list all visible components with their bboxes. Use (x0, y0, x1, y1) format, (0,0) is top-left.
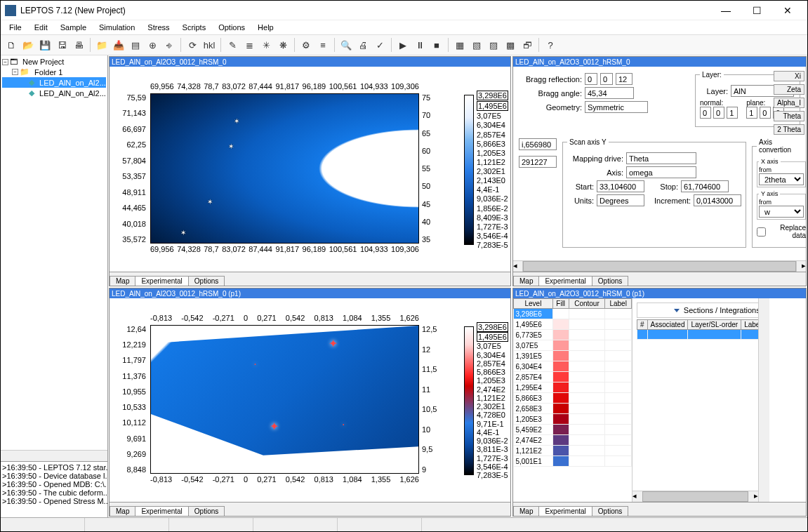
bragg-k-input[interactable] (600, 73, 613, 85)
open-button[interactable]: 📂 (20, 37, 36, 53)
print-doc-button[interactable]: 🖶 (71, 37, 86, 53)
help-button[interactable]: ? (543, 37, 558, 53)
tab-options[interactable]: Options (592, 276, 628, 286)
level-row[interactable]: 2,857E4 (514, 372, 632, 383)
layers-button[interactable]: ≣ (241, 37, 257, 53)
hkl-button[interactable]: hkl (201, 37, 217, 53)
side-tab-theta[interactable]: Theta (774, 111, 804, 121)
level-row[interactable]: 2,474E2 (514, 435, 632, 446)
y-axis-select[interactable]: w (759, 206, 804, 218)
colorbar-bottom[interactable] (464, 326, 474, 475)
menu-sample[interactable]: Sample (55, 22, 92, 33)
db-add-button[interactable]: ⊕ (145, 37, 160, 53)
table-button[interactable]: ▤ (128, 37, 143, 53)
side-tab-xi[interactable]: Xi (774, 71, 804, 81)
level-row[interactable]: 2,658E3 (514, 404, 632, 414)
minimize-button[interactable]: — (710, 1, 741, 20)
chart-bottom[interactable]: -0,813-0,542-0,27100,2710,5420,8131,0841… (145, 305, 446, 486)
db-link-button[interactable]: ⎆ (161, 37, 177, 53)
import-button[interactable]: 📥 (111, 37, 126, 53)
x-axis-select[interactable]: 2theta (759, 173, 804, 185)
menu-stress[interactable]: Stress (142, 22, 175, 33)
menu-scripts[interactable]: Scripts (177, 22, 212, 33)
sections-header[interactable]: Sections / Integrations (637, 302, 765, 318)
left-val-0[interactable] (519, 138, 557, 150)
left-val-1[interactable] (519, 156, 557, 168)
grid-4-button[interactable]: ▩ (503, 37, 518, 53)
menu-edit[interactable]: Edit (29, 22, 53, 33)
start-input[interactable] (597, 180, 644, 192)
stop-button[interactable]: ■ (429, 37, 444, 53)
window-button[interactable]: 🗗 (519, 37, 535, 53)
level-row[interactable]: 5,866E3 (514, 393, 632, 404)
sim-stack-button[interactable]: ≡ (315, 37, 331, 53)
normal-0[interactable] (700, 107, 711, 119)
level-row[interactable]: 1,295E4 (514, 383, 632, 393)
menu-simulation[interactable]: Simulation (93, 22, 140, 33)
level-row[interactable]: 5,459E2 (514, 425, 632, 435)
level-row[interactable]: 3,07E5 (514, 340, 632, 351)
tab-options[interactable]: Options (188, 506, 225, 516)
tab-options[interactable]: Options (592, 506, 628, 516)
bragg-l-input[interactable] (616, 73, 633, 85)
side-tab-alpha_i[interactable]: Alpha_I (774, 98, 804, 108)
level-row[interactable]: 6,773E5 (514, 330, 632, 340)
tab-experimental[interactable]: Experimental (538, 276, 592, 286)
tab-map[interactable]: Map (110, 506, 135, 516)
level-row[interactable]: 6,304E4 (514, 361, 632, 372)
normal-2[interactable] (727, 107, 738, 119)
settings-spark-button[interactable]: ❋ (275, 37, 291, 53)
tree-root[interactable]: New Project (22, 58, 64, 66)
level-row[interactable]: 1,495E6 (514, 319, 632, 330)
associations-table[interactable]: #AssociatedLayer/SL-orderLabel (637, 319, 765, 340)
tab-experimental[interactable]: Experimental (538, 506, 592, 516)
close-button[interactable]: ✕ (772, 1, 803, 20)
axis-input[interactable] (626, 166, 696, 178)
tab-map[interactable]: Map (513, 506, 539, 516)
menu-help[interactable]: Help (252, 22, 279, 33)
maximize-button[interactable]: ☐ (741, 1, 772, 20)
sim-run-button[interactable]: ⚙ (298, 37, 314, 53)
pause-button[interactable]: ⏸ (412, 37, 428, 53)
tree-item[interactable]: LED_AlN_on_Al2... (39, 89, 106, 98)
expand-icon[interactable]: − (12, 69, 18, 75)
levels-vscroll[interactable] (758, 298, 769, 502)
tab-experimental[interactable]: Experimental (135, 276, 188, 286)
plane-0[interactable] (746, 107, 757, 119)
replace-data-check[interactable] (757, 227, 766, 237)
save-all-button[interactable]: 🖫 (54, 37, 69, 53)
zoom-region-button[interactable]: 🔍 (338, 37, 354, 53)
increment-input[interactable] (694, 194, 741, 206)
expand-icon[interactable]: − (2, 59, 8, 65)
grid-2-button[interactable]: ▧ (469, 37, 484, 53)
level-row[interactable]: 1,121E2 (514, 446, 632, 456)
stop-input[interactable] (681, 180, 729, 192)
check-button[interactable]: ✓ (372, 37, 388, 53)
tab-experimental[interactable]: Experimental (135, 506, 188, 516)
grid-3-button[interactable]: ▨ (486, 37, 501, 53)
menu-options[interactable]: Options (213, 22, 251, 33)
refresh-button[interactable]: ⟳ (185, 37, 200, 53)
colorbar-top[interactable] (464, 95, 474, 245)
level-row[interactable]: 3,298E6 (514, 309, 632, 319)
levels-hscroll[interactable]: ◂▸ (633, 491, 758, 502)
tree-hscroll[interactable] (1, 450, 107, 461)
spark-button[interactable]: ✳ (258, 37, 274, 53)
tab-map[interactable]: Map (513, 276, 539, 286)
grid-1-button[interactable]: ▦ (452, 37, 468, 53)
play-button[interactable]: ▶ (395, 37, 411, 53)
tree-folder[interactable]: Folder 1 (34, 68, 62, 77)
side-tab-zeta[interactable]: Zeta (774, 84, 804, 95)
mapping-drive-input[interactable] (626, 152, 696, 164)
side-tab-2 theta[interactable]: 2 Theta (774, 124, 804, 135)
level-row[interactable]: 1,391E5 (514, 351, 632, 361)
print-button[interactable]: 🖨 (355, 37, 371, 53)
level-row[interactable]: 5,001E1 (514, 456, 632, 467)
geometry-input[interactable] (585, 101, 648, 113)
plane-1[interactable] (760, 107, 771, 119)
tree-item[interactable]: LED_AlN_on_Al2... (39, 79, 106, 87)
bragg-angle-input[interactable] (585, 87, 634, 99)
new-button[interactable]: 🗋 (4, 37, 19, 53)
levels-table[interactable]: LevelFillContourLabel3,298E61,495E66,773… (513, 298, 633, 502)
wand-button[interactable]: ✎ (225, 37, 240, 53)
